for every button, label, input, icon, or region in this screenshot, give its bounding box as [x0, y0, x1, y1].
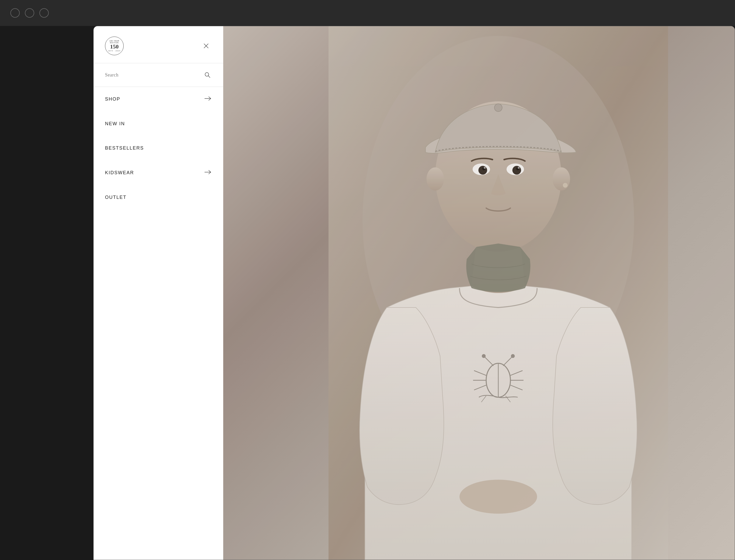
- browser-dot-yellow: [25, 8, 34, 18]
- nav-item-shop[interactable]: SHOP: [94, 87, 223, 112]
- nav-label-bestsellers: BESTSELLERS: [105, 145, 144, 151]
- nav-label-new-in: NEW IN: [105, 121, 125, 127]
- nav-arrow-kidswear: [205, 170, 212, 176]
- photo-panel: [223, 26, 735, 560]
- browser-dot-green: [39, 8, 49, 18]
- nav-label-shop: SHOP: [105, 96, 120, 102]
- svg-line-3: [208, 76, 210, 78]
- close-menu-button[interactable]: [200, 40, 212, 52]
- search-input[interactable]: [105, 72, 203, 78]
- nav-item-bestsellers[interactable]: BESTSELLERS: [94, 136, 223, 160]
- logo-number: 150: [105, 44, 123, 50]
- photo-background: [223, 26, 735, 560]
- nav-label-kidswear: KIDSWEAR: [105, 170, 134, 176]
- nav-items: SHOP NEW IN BESTSELLERS KIDSWEAR: [94, 87, 223, 560]
- nav-item-outlet[interactable]: OUTLET: [94, 185, 223, 210]
- search-area: [94, 63, 223, 87]
- browser-chrome: [0, 0, 735, 26]
- nav-label-outlet: OUTLET: [105, 195, 127, 200]
- browser-window: 150 YEAR EDITION 150 1874 · 2024: [93, 26, 735, 560]
- nav-item-new-in[interactable]: NEW IN: [94, 112, 223, 136]
- photo-overlay: [223, 26, 735, 560]
- logo-years: 1874 · 2024: [105, 50, 123, 52]
- svg-point-2: [205, 73, 209, 76]
- close-icon: [203, 43, 209, 49]
- nav-item-kidswear[interactable]: KIDSWEAR: [94, 160, 223, 185]
- menu-panel: 150 YEAR EDITION 150 1874 · 2024: [94, 26, 223, 560]
- brand-logo: 150 YEAR EDITION 150 1874 · 2024: [105, 37, 124, 55]
- search-button[interactable]: [203, 71, 212, 79]
- browser-dot-red: [10, 8, 20, 18]
- search-icon: [204, 72, 211, 78]
- nav-arrow-shop: [205, 96, 212, 102]
- logo-area: 150 YEAR EDITION 150 1874 · 2024: [94, 26, 223, 63]
